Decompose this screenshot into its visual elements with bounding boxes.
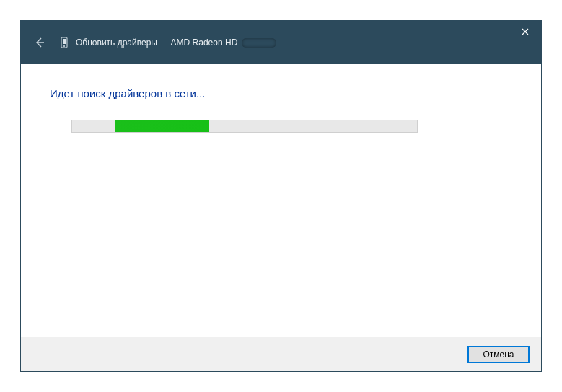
content-area: Идет поиск драйверов в сети... [21, 64, 541, 337]
window-title: Обновить драйверы — AMD Radeon HD [76, 37, 276, 48]
close-icon [522, 28, 529, 35]
cancel-button[interactable]: Отмена [467, 346, 530, 363]
svg-point-2 [63, 45, 65, 47]
window-title-text: Обновить драйверы — AMD Radeon HD [76, 37, 237, 48]
dialog-window: Обновить драйверы — AMD Radeon HD Идет п… [20, 20, 542, 372]
arrow-left-icon [34, 37, 45, 48]
back-button[interactable] [28, 31, 51, 54]
titlebar: Обновить драйверы — AMD Radeon HD [21, 21, 541, 64]
progress-chunk [115, 120, 209, 132]
svg-rect-1 [63, 39, 66, 44]
close-button[interactable] [509, 21, 541, 43]
dialog-footer: Отмена [21, 337, 541, 371]
progress-bar [71, 120, 418, 133]
status-text: Идет поиск драйверов в сети... [50, 87, 512, 99]
window-title-redacted [242, 38, 276, 48]
device-icon [58, 37, 70, 48]
